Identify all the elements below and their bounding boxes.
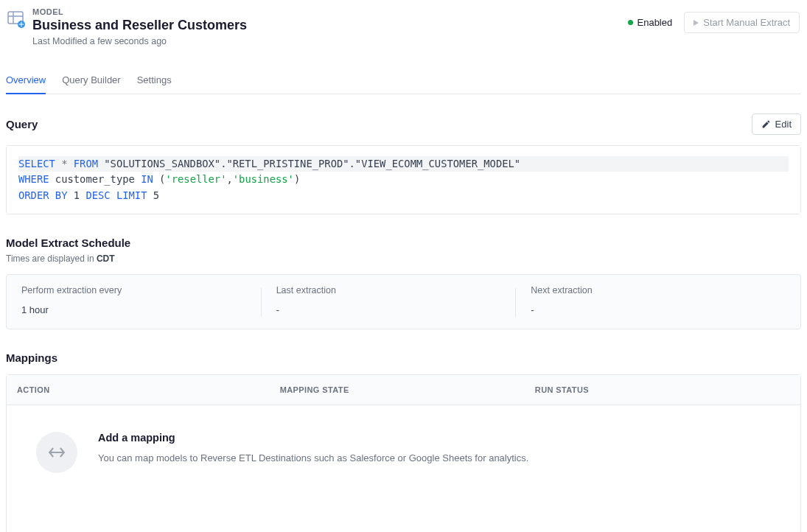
sql-pre: SELECT * FROM "SOLUTIONS_SANDBOX"."RETL_…	[18, 156, 789, 203]
schedule-interval-label: Perform extraction every	[21, 285, 262, 295]
add-mapping-desc: You can map models to Reverse ETL Destin…	[98, 452, 528, 463]
start-manual-extract-button[interactable]: Start Manual Extract	[684, 12, 800, 33]
mappings-header-state: MAPPING STATE	[280, 385, 535, 394]
query-section-title: Query	[6, 118, 38, 130]
mappings-table-header: ACTION MAPPING STATE RUN STATUS	[7, 375, 800, 405]
schedule-col-next: Next extraction -	[531, 285, 786, 315]
tab-overview[interactable]: Overview	[6, 67, 46, 94]
add-mapping-link[interactable]: Add a mapping	[98, 432, 528, 444]
schedule-last-label: Last extraction	[276, 285, 517, 295]
eyebrow-label: MODEL	[32, 7, 247, 16]
header-right: Enabled Start Manual Extract	[628, 7, 800, 33]
start-manual-extract-label: Start Manual Extract	[703, 17, 790, 28]
page-header: MODEL Business and Reseller Customers La…	[6, 6, 801, 54]
sql-code-block: SELECT * FROM "SOLUTIONS_SANDBOX"."RETL_…	[7, 146, 800, 214]
mappings-section-header: Mappings	[6, 351, 801, 364]
edit-query-button[interactable]: Edit	[752, 113, 801, 135]
swap-icon	[36, 432, 77, 473]
schedule-interval-value: 1 hour	[21, 304, 262, 315]
mappings-empty-state: Add a mapping You can map models to Reve…	[7, 405, 800, 500]
last-modified: Last Modified a few seconds ago	[32, 36, 247, 46]
pencil-icon	[761, 119, 771, 129]
mappings-panel: ACTION MAPPING STATE RUN STATUS Add a ma…	[6, 374, 801, 532]
schedule-col-interval: Perform extraction every 1 hour	[21, 285, 276, 315]
tab-settings[interactable]: Settings	[137, 67, 172, 94]
model-icon	[7, 10, 25, 28]
mappings-header-run: RUN STATUS	[535, 385, 790, 394]
status-badge: Enabled	[628, 17, 673, 28]
schedule-next-label: Next extraction	[531, 285, 771, 295]
schedule-subtitle: Times are displayed in CDT	[6, 253, 801, 264]
schedule-last-value: -	[276, 304, 517, 315]
schedule-col-last: Last extraction -	[276, 285, 531, 315]
schedule-next-value: -	[531, 304, 771, 315]
status-label: Enabled	[637, 17, 673, 28]
query-panel: SELECT * FROM "SOLUTIONS_SANDBOX"."RETL_…	[6, 145, 801, 214]
query-section-header: Query Edit	[6, 113, 801, 135]
header-left: MODEL Business and Reseller Customers La…	[7, 7, 247, 46]
tab-query-builder[interactable]: Query Builder	[62, 67, 120, 94]
schedule-section-header: Model Extract Schedule Times are display…	[6, 237, 801, 264]
mappings-header-action: ACTION	[17, 385, 280, 394]
schedule-panel: Perform extraction every 1 hour Last ext…	[6, 274, 801, 329]
page-title: Business and Reseller Customers	[32, 18, 247, 33]
sql-select: SELECT	[18, 158, 55, 169]
status-dot-icon	[628, 20, 633, 25]
edit-label: Edit	[775, 119, 792, 130]
mappings-section-title: Mappings	[6, 351, 801, 364]
schedule-section-title: Model Extract Schedule	[6, 237, 801, 249]
tabs: Overview Query Builder Settings	[6, 67, 801, 94]
play-icon	[694, 20, 699, 26]
